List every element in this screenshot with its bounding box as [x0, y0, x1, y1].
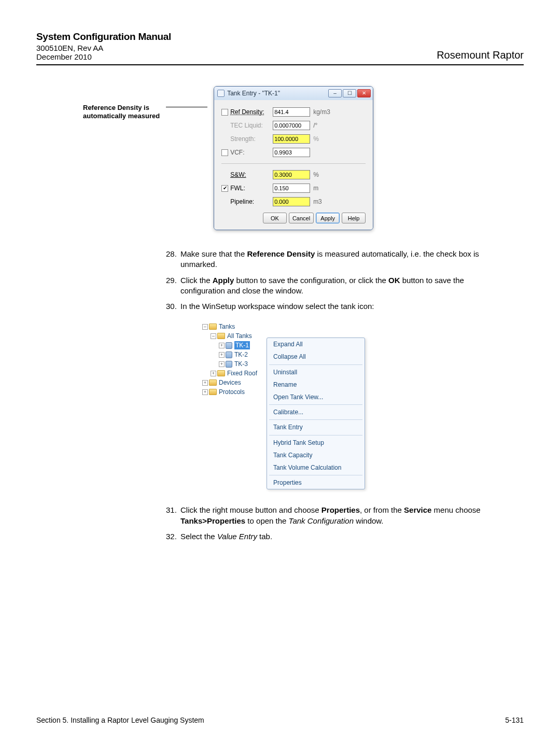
pipeline-label: Pipeline: — [230, 198, 273, 205]
tree-node-tk3[interactable]: +TK-3 — [202, 359, 257, 369]
ctx-expand-all[interactable]: Expand All — [267, 338, 365, 350]
tree-label: Protocols — [219, 388, 245, 396]
dialog-titlebar[interactable]: Tank Entry - "TK-1" – ☐ ✕ — [214, 87, 373, 100]
folder-icon — [217, 333, 225, 339]
step-number: 31. — [166, 505, 180, 526]
header-left: System Configuration Manual 300510EN, Re… — [36, 31, 171, 61]
folder-icon — [209, 324, 217, 330]
ctx-rename[interactable]: Rename — [267, 378, 365, 391]
step-number: 29. — [166, 275, 180, 297]
folder-icon — [209, 389, 217, 395]
ctx-tank-entry[interactable]: Tank Entry — [267, 421, 365, 433]
ok-button[interactable]: OK — [263, 213, 287, 223]
tree-view[interactable]: –Tanks –All Tanks +TK-1 +TK-2 +TK-3 +Fix… — [202, 322, 257, 397]
dialog-title: Tank Entry - "TK-1" — [227, 90, 328, 97]
tree-label: All Tanks — [227, 332, 252, 340]
close-button[interactable]: ✕ — [357, 89, 371, 97]
ctx-properties[interactable]: Properties — [267, 476, 365, 489]
tree-node-tk2[interactable]: +TK-2 — [202, 350, 257, 359]
expand-icon[interactable]: + — [219, 343, 225, 348]
folder-icon — [217, 370, 225, 376]
tank-icon — [226, 361, 232, 368]
tree-node-all-tanks[interactable]: –All Tanks — [202, 331, 257, 341]
collapse-icon[interactable]: – — [202, 324, 208, 330]
tree-label: Tanks — [219, 322, 235, 331]
fwl-checkbox[interactable] — [221, 185, 228, 192]
help-button[interactable]: Help — [342, 213, 366, 223]
fwl-row: FWL: m — [221, 181, 366, 195]
separator — [221, 163, 366, 164]
tank-entry-dialog: Tank Entry - "TK-1" – ☐ ✕ Ref Density: k… — [214, 86, 373, 230]
tank-icon — [226, 352, 232, 358]
ctx-open-tank-view[interactable]: Open Tank View... — [267, 391, 365, 403]
apply-button[interactable]: Apply — [316, 213, 340, 223]
expand-icon[interactable]: + — [211, 371, 216, 376]
footer-section: Section 5. Installing a Raptor Level Gau… — [36, 716, 204, 724]
callout-leader — [166, 107, 207, 107]
strength-unit: % — [313, 135, 319, 143]
step-text: Click the right mouse button and choose … — [180, 505, 493, 526]
vcf-row: VCF: — [221, 146, 366, 159]
menu-separator — [269, 419, 362, 420]
cancel-button[interactable]: Cancel — [289, 213, 314, 223]
menu-separator — [269, 404, 362, 405]
tree-label: TK-3 — [234, 360, 248, 368]
step-text: In the WinSetup workspace window select … — [180, 301, 493, 312]
tec-liquid-unit: /° — [313, 122, 317, 129]
step-number: 28. — [166, 249, 180, 270]
expand-icon[interactable]: + — [219, 352, 225, 358]
step-number: 32. — [166, 531, 180, 542]
tree-node-fixed-roof[interactable]: +Fixed Roof — [202, 369, 257, 378]
step-30: 30. In the WinSetup workspace window sel… — [166, 301, 493, 312]
strength-input[interactable] — [273, 134, 310, 144]
tree-node-protocols[interactable]: +Protocols — [202, 387, 257, 397]
minimize-button[interactable]: – — [328, 89, 342, 97]
expand-icon[interactable]: + — [202, 389, 208, 395]
fwl-input[interactable] — [273, 184, 310, 193]
tree-node-devices[interactable]: +Devices — [202, 378, 257, 387]
tree-label: TK-2 — [234, 350, 248, 359]
vcf-checkbox[interactable] — [221, 149, 228, 156]
expand-icon[interactable]: + — [202, 380, 208, 386]
tree-node-tk1[interactable]: +TK-1 — [202, 341, 257, 350]
vcf-label: VCF: — [230, 149, 273, 156]
doc-id: 300510EN, Rev AA — [36, 44, 171, 52]
step-29: 29. Click the Apply button to save the c… — [166, 275, 493, 297]
ctx-collapse-all[interactable]: Collapse All — [267, 350, 365, 363]
expand-icon[interactable]: + — [219, 361, 225, 367]
step-text: Click the Apply button to save the confi… — [180, 275, 493, 297]
ref-density-checkbox[interactable] — [221, 109, 228, 116]
page-header: System Configuration Manual 300510EN, Re… — [36, 31, 524, 65]
tec-liquid-label: TEC Liquid: — [230, 122, 273, 129]
menu-separator — [269, 475, 362, 475]
sw-label: S&W: — [230, 171, 273, 178]
step-text: Select the Value Entry tab. — [180, 531, 493, 542]
ref-density-input[interactable] — [273, 107, 310, 117]
tec-liquid-input[interactable] — [273, 121, 310, 130]
strength-row: Strength: % — [221, 132, 366, 146]
pipeline-unit: m3 — [313, 198, 322, 205]
doc-date: December 2010 — [36, 52, 171, 61]
ctx-tank-volume-calc[interactable]: Tank Volume Calculation — [267, 461, 365, 474]
ctx-tank-capacity[interactable]: Tank Capacity — [267, 449, 365, 461]
ctx-calibrate[interactable]: Calibrate... — [267, 406, 365, 418]
sw-input[interactable] — [273, 170, 310, 179]
collapse-icon[interactable]: – — [211, 333, 216, 339]
sw-row: S&W: % — [221, 168, 366, 181]
step-28: 28. Make sure that the Reference Density… — [166, 249, 493, 270]
callout-label: Reference Density is automatically measu… — [83, 104, 160, 121]
folder-icon — [209, 379, 217, 386]
sw-unit: % — [313, 171, 319, 178]
maximize-button[interactable]: ☐ — [343, 89, 356, 97]
tree-label: Fixed Roof — [227, 369, 257, 377]
tree-node-tanks[interactable]: –Tanks — [202, 322, 257, 331]
vcf-input[interactable] — [273, 148, 310, 157]
footer-page-number: 5-131 — [505, 716, 524, 724]
ctx-uninstall[interactable]: Uninstall — [267, 366, 365, 378]
step-text: Make sure that the Reference Density is … — [180, 249, 493, 270]
pipeline-input[interactable] — [273, 197, 310, 206]
tec-liquid-row: TEC Liquid: /° — [221, 119, 366, 132]
step-31: 31. Click the right mouse button and cho… — [166, 505, 493, 526]
manual-title: System Configuration Manual — [36, 31, 171, 43]
ctx-hybrid-tank-setup[interactable]: Hybrid Tank Setup — [267, 437, 365, 449]
